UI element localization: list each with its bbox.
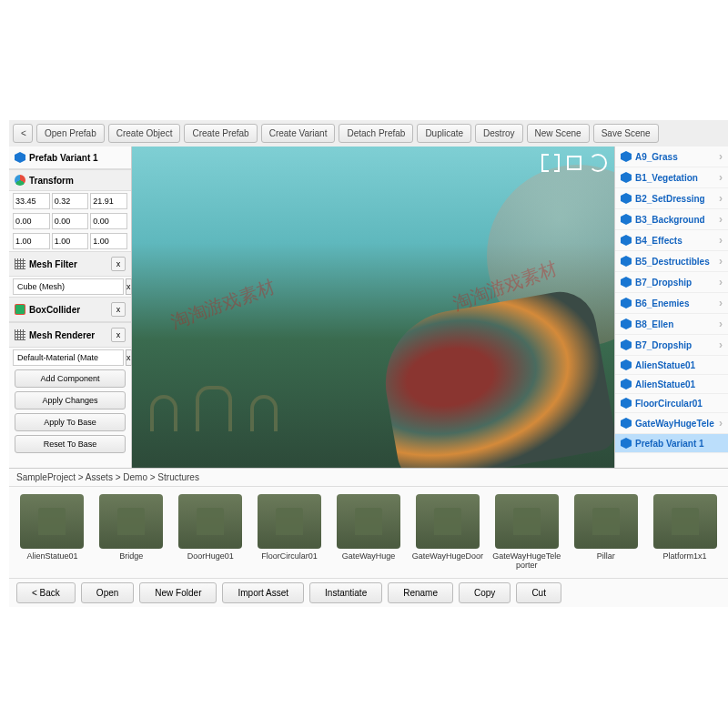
asset-thumbnail: [20, 494, 84, 549]
scl-x[interactable]: [13, 233, 50, 249]
mesh-renderer-label: Mesh Renderer: [29, 330, 95, 340]
asset-item[interactable]: Bridge: [96, 494, 167, 571]
rot-x[interactable]: [13, 213, 50, 229]
destroy-button[interactable]: Destroy: [475, 124, 522, 143]
hierarchy-item-label: GateWayHugeTele: [635, 419, 714, 429]
remove-mesh-filter[interactable]: x: [111, 257, 126, 271]
box-collider-header[interactable]: BoxCollider x: [9, 297, 131, 322]
asset-item[interactable]: Pillar: [570, 494, 642, 571]
open-prefab-button[interactable]: Open Prefab: [36, 124, 105, 143]
copy-button[interactable]: Copy: [459, 582, 511, 603]
scl-z[interactable]: [90, 233, 127, 249]
asset-label: Bridge: [119, 552, 143, 561]
transform-rotation: [9, 211, 131, 231]
pos-x[interactable]: [13, 193, 50, 209]
open-button[interactable]: Open: [81, 582, 134, 603]
create-prefab-button[interactable]: Create Prefab: [184, 124, 257, 143]
asset-item[interactable]: DoorHuge01: [175, 494, 247, 571]
hierarchy-item-label: B3_Background: [635, 215, 705, 225]
hierarchy-item[interactable]: B6_Enemies›: [615, 293, 728, 314]
pos-y[interactable]: [52, 193, 89, 209]
viewport-controls: [541, 154, 607, 172]
asset-item[interactable]: GateWayHugeDoor: [411, 494, 483, 571]
new-scene-button[interactable]: New Scene: [527, 124, 590, 143]
pos-z[interactable]: [90, 193, 127, 209]
create-object-button[interactable]: Create Object: [108, 124, 181, 143]
object-name: Prefab Variant 1: [29, 153, 98, 163]
detach-prefab-button[interactable]: Detach Prefab: [339, 124, 413, 143]
hierarchy-item-label: AlienStatue01: [635, 360, 695, 370]
apply-changes-button[interactable]: Apply Changes: [15, 391, 126, 410]
create-variant-button[interactable]: Create Variant: [261, 124, 336, 143]
hierarchy-item[interactable]: FloorCircular01: [615, 394, 728, 413]
prefab-icon: [621, 151, 632, 162]
asset-label: GateWayHuge: [342, 552, 396, 561]
rename-button[interactable]: Rename: [388, 582, 453, 603]
asset-item[interactable]: AlienStatue01: [16, 494, 88, 571]
hierarchy-item[interactable]: AlienStatue01: [615, 375, 728, 394]
hierarchy-item[interactable]: Prefab Variant 1: [615, 434, 728, 453]
scene-ship: [374, 287, 614, 468]
hierarchy-item-label: A9_Grass: [635, 152, 678, 162]
hierarchy-item-label: B8_Ellen: [635, 319, 673, 329]
asset-label: GateWayHugeDoor: [412, 552, 483, 561]
scene-viewport[interactable]: 淘淘游戏素材 淘淘游戏素材: [132, 147, 614, 468]
asset-thumbnail: [416, 494, 480, 549]
remove-box-collider[interactable]: x: [111, 302, 126, 317]
transform-header[interactable]: Transform: [9, 169, 131, 191]
new-folder-button[interactable]: New Folder: [139, 582, 217, 603]
asset-label: FloorCircular01: [261, 552, 318, 561]
asset-item[interactable]: FloorCircular01: [254, 494, 326, 571]
cut-button[interactable]: Cut: [516, 582, 561, 603]
save-scene-button[interactable]: Save Scene: [593, 124, 659, 143]
asset-item[interactable]: GateWayHuge: [333, 494, 405, 571]
apply-to-base-button[interactable]: Apply To Base: [15, 413, 126, 431]
hierarchy-item[interactable]: B4_Effects›: [615, 230, 728, 251]
hierarchy-item-label: FloorCircular01: [635, 399, 703, 409]
hierarchy-item[interactable]: B8_Ellen›: [615, 314, 728, 335]
hierarchy-item[interactable]: AlienStatue01: [615, 356, 728, 375]
reset-to-base-button[interactable]: Reset To Base: [15, 435, 126, 453]
clear-mesh-renderer[interactable]: x: [126, 349, 132, 366]
asset-grid: AlienStatue01BridgeDoorHuge01FloorCircul…: [9, 487, 728, 578]
rot-z[interactable]: [90, 213, 127, 229]
mesh-filter-header[interactable]: Mesh Filter x: [9, 251, 131, 277]
reload-icon[interactable]: [589, 154, 607, 172]
hierarchy-item[interactable]: GateWayHugeTele›: [615, 413, 728, 434]
rot-y[interactable]: [52, 213, 89, 229]
prefab-icon: [621, 339, 632, 350]
back-button[interactable]: <: [13, 124, 33, 143]
asset-label: DoorHuge01: [187, 552, 234, 561]
scl-y[interactable]: [52, 233, 89, 249]
import-asset-button[interactable]: Import Asset: [222, 582, 304, 603]
hierarchy-item[interactable]: B7_Dropship›: [615, 335, 728, 356]
mesh-filter-value[interactable]: [13, 278, 124, 295]
breadcrumb[interactable]: SampleProject > Assets > Demo > Structur…: [9, 469, 728, 487]
asset-item[interactable]: Platform1x1: [649, 494, 721, 571]
chevron-right-icon: ›: [719, 150, 723, 163]
asset-thumbnail: [258, 494, 321, 549]
hierarchy-item[interactable]: B1_Vegetation›: [615, 167, 728, 188]
mesh-renderer-value[interactable]: [13, 349, 124, 366]
frame-icon[interactable]: [541, 154, 560, 172]
instantiate-button[interactable]: Instantiate: [309, 582, 382, 603]
-back-button[interactable]: < Back: [16, 582, 76, 603]
mesh-renderer-header[interactable]: Mesh Renderer x: [9, 322, 131, 348]
duplicate-button[interactable]: Duplicate: [417, 124, 471, 143]
mesh-filter-label: Mesh Filter: [29, 259, 77, 269]
hierarchy-item[interactable]: B2_SetDressing›: [615, 188, 728, 209]
fullscreen-icon[interactable]: [565, 154, 583, 172]
clear-mesh-filter[interactable]: x: [126, 278, 132, 295]
hierarchy-item[interactable]: B5_Destructibles›: [615, 251, 728, 272]
asset-item[interactable]: GateWayHugeTeleporter: [490, 494, 562, 571]
hierarchy-item[interactable]: A9_Grass›: [615, 147, 728, 167]
hierarchy-item[interactable]: B3_Background›: [615, 209, 728, 230]
asset-label: Pillar: [597, 552, 615, 561]
hierarchy-item-label: B4_Effects: [635, 236, 682, 246]
hierarchy-item[interactable]: B7_Dropship›: [615, 272, 728, 293]
add-component-button[interactable]: Add Component: [15, 369, 126, 388]
prefab-icon: [621, 418, 632, 429]
main-toolbar: < Open Prefab Create Object Create Prefa…: [9, 120, 728, 147]
chevron-right-icon: ›: [719, 417, 723, 430]
remove-mesh-renderer[interactable]: x: [111, 328, 126, 342]
